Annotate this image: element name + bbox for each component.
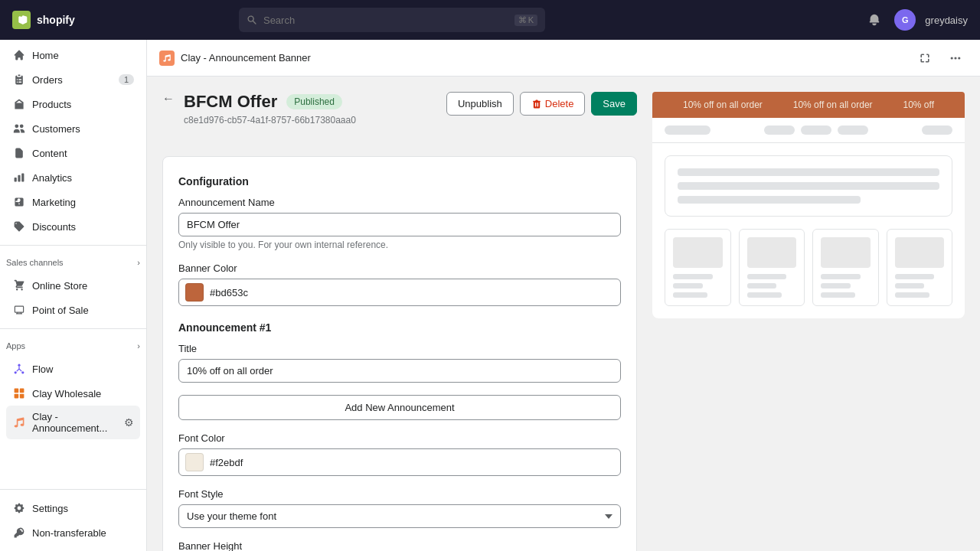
sidebar-item-home-label: Home <box>32 50 59 61</box>
announcement-name-input[interactable] <box>178 213 621 236</box>
preview-cards-row <box>652 229 965 318</box>
delete-icon <box>531 99 542 109</box>
hero-line-1 <box>678 168 939 176</box>
sidebar-item-home[interactable]: Home <box>6 43 140 67</box>
svg-point-2 <box>15 371 17 373</box>
sidebar-item-online-store-label: Online Store <box>32 280 87 292</box>
sidebar-item-content-label: Content <box>32 148 67 159</box>
nav-link-1 <box>764 126 795 135</box>
add-announcement-button[interactable]: Add New Announcement <box>178 395 621 420</box>
preview-card-2 <box>739 229 805 306</box>
customers-icon <box>12 122 26 135</box>
banner-text-3: 10% off <box>903 99 934 110</box>
card-lines-1 <box>673 274 723 298</box>
font-color-input[interactable] <box>210 457 614 468</box>
sidebar-item-customers[interactable]: Customers <box>6 116 140 141</box>
card-line-4a <box>895 274 935 279</box>
notifications-icon[interactable] <box>864 9 885 31</box>
sidebar-item-discounts-label: Discounts <box>32 221 76 233</box>
preview-card-4 <box>887 229 953 306</box>
sidebar-item-products-label: Products <box>32 99 71 110</box>
breadcrumb-actions <box>913 46 968 70</box>
sidebar-item-marketing[interactable]: Marketing <box>6 190 140 214</box>
content-area: Clay - Announcement Banner ← B <box>147 40 980 551</box>
sidebar-item-products[interactable]: Products <box>6 92 140 116</box>
avatar[interactable]: G <box>894 9 916 31</box>
sidebar-item-clay-wholesale[interactable]: Clay Wholesale <box>6 381 140 406</box>
page-actions: Unpublish Delete Save <box>446 92 637 116</box>
announcement-name-hint: Only visible to you. For your own intern… <box>178 240 621 250</box>
sidebar-item-flow[interactable]: Flow <box>6 357 140 381</box>
nav-links-placeholder <box>764 126 868 135</box>
chevron-right-icon[interactable]: › <box>137 258 140 267</box>
clay-announce-icon <box>12 416 26 429</box>
banner-color-input[interactable] <box>210 287 614 298</box>
title-input[interactable] <box>178 359 621 383</box>
card-img-3 <box>821 237 871 268</box>
banner-color-swatch[interactable] <box>185 283 204 302</box>
sidebar-item-non-transferable[interactable]: Non-transferable <box>6 520 140 545</box>
title-label: Title <box>178 343 621 354</box>
search-bar[interactable]: ⌘ K <box>239 8 545 32</box>
sidebar-item-settings[interactable]: Settings <box>6 496 140 520</box>
discounts-icon <box>12 220 26 233</box>
sidebar-item-pos[interactable]: Point of Sale <box>6 298 140 322</box>
hero-line-2 <box>678 182 939 190</box>
header-content: BFCM Offer Published c8e1d976-cb57-4a1f-… <box>184 92 437 141</box>
main-layout: Home Orders 1 Products Customers <box>0 40 980 551</box>
sidebar-item-flow-label: Flow <box>32 364 53 375</box>
banner-height-group: Banner Height <box>178 540 621 551</box>
sidebar-item-analytics[interactable]: Analytics <box>6 165 140 190</box>
card-img-1 <box>673 237 723 268</box>
sales-channels-section: Online Store Point of Sale <box>0 270 146 325</box>
nav-link-3 <box>838 126 868 135</box>
announcement-name-label: Announcement Name <box>178 197 621 208</box>
font-color-group: Font Color <box>178 432 621 476</box>
sidebar-bottom: Settings Non-transferable <box>0 489 146 551</box>
card-line-1b <box>673 283 703 289</box>
svg-point-1 <box>18 364 20 367</box>
font-color-swatch[interactable] <box>185 453 204 471</box>
sidebar-item-discounts[interactable]: Discounts <box>6 214 140 239</box>
sidebar-item-clay-announcement-label: Clay - Announcement... <box>32 411 118 434</box>
font-style-select[interactable]: Use your theme font <box>178 504 621 528</box>
settings-icon <box>12 501 26 515</box>
config-panel: ← BFCM Offer Published c8e1d976-cb57-4a1… <box>162 92 637 536</box>
sidebar-item-online-store[interactable]: Online Store <box>6 273 140 298</box>
username-label: greydaisy <box>925 15 968 26</box>
breadcrumb-app-icon <box>159 51 175 66</box>
sidebar-item-analytics-label: Analytics <box>32 172 72 184</box>
sidebar-item-customers-label: Customers <box>32 123 80 135</box>
announcement-section-title: Announcement #1 <box>178 318 621 334</box>
card-line-2b <box>747 283 777 289</box>
topbar: shopify ⌘ K G greydaisy <box>0 0 980 40</box>
more-options-icon[interactable] <box>943 46 968 70</box>
page-header-row: ← BFCM Offer Published c8e1d976-cb57-4a1… <box>162 92 637 141</box>
font-color-row <box>178 448 621 476</box>
save-button[interactable]: Save <box>591 92 637 116</box>
sidebar-item-clay-announcement[interactable]: Clay - Announcement... ⚙ <box>6 406 140 439</box>
sidebar-item-content[interactable]: Content <box>6 141 140 165</box>
delete-button[interactable]: Delete <box>520 92 586 116</box>
unpublish-button[interactable]: Unpublish <box>446 92 514 116</box>
apps-header: Apps › <box>0 332 146 354</box>
preview-nav <box>652 118 965 143</box>
card-line-3b <box>821 283 851 289</box>
preview-area: 10% off on all order 10% off on all orde… <box>652 92 965 536</box>
banner-text-1: 10% off on all order <box>683 99 763 110</box>
search-input[interactable] <box>263 15 508 26</box>
marketing-icon <box>12 195 26 209</box>
card-lines-2 <box>747 274 797 298</box>
chevron-right-icon-2[interactable]: › <box>137 341 140 350</box>
logo[interactable]: shopify <box>12 11 75 29</box>
sidebar-item-pos-label: Point of Sale <box>32 305 89 316</box>
settings-icon-small[interactable]: ⚙ <box>124 416 134 429</box>
expand-icon[interactable] <box>913 46 937 70</box>
font-color-label: Font Color <box>178 432 621 444</box>
card-lines-3 <box>821 274 871 298</box>
card-img-2 <box>747 237 797 268</box>
announcement-name-group: Announcement Name Only visible to you. F… <box>178 197 621 250</box>
back-button[interactable]: ← <box>162 92 175 106</box>
sidebar-item-orders[interactable]: Orders 1 <box>6 67 140 92</box>
sidebar-divider-2 <box>0 328 146 329</box>
